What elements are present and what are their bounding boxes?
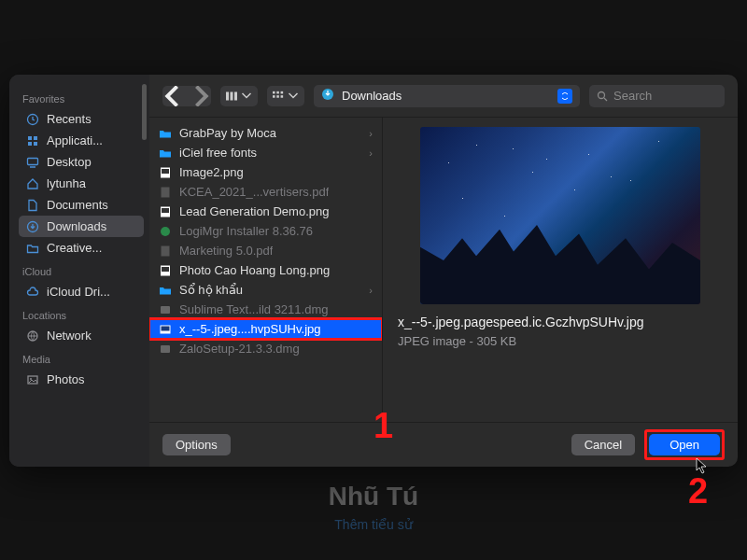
sidebar-section-header: Media bbox=[22, 354, 140, 365]
svg-rect-4 bbox=[34, 142, 37, 146]
svg-rect-2 bbox=[34, 136, 37, 140]
photo-icon bbox=[26, 373, 39, 386]
downloads-folder-icon bbox=[321, 88, 334, 105]
svg-point-28 bbox=[161, 227, 170, 236]
svg-rect-35 bbox=[161, 345, 170, 353]
file-row[interactable]: Image2.png bbox=[149, 162, 382, 182]
file-label: iCiel free fonts bbox=[179, 146, 257, 160]
location-popup[interactable]: Downloads bbox=[314, 85, 580, 107]
sidebar-item-label: Network bbox=[47, 329, 92, 343]
preview-filename: x_--5-.jpeg.pagespeed.ic.GczhvpSUHv.jpg bbox=[398, 314, 723, 330]
svg-rect-17 bbox=[273, 95, 275, 98]
file-label: ZaloSetup-21.3.3.dmg bbox=[179, 342, 300, 356]
clock-icon bbox=[26, 113, 39, 126]
sidebar-item-label: Documents bbox=[47, 198, 108, 212]
file-icon bbox=[159, 127, 172, 140]
svg-rect-27 bbox=[162, 208, 169, 213]
annotation-2: 2 bbox=[688, 471, 708, 511]
file-row[interactable]: KCEA_2021_...vertisers.pdf bbox=[149, 182, 382, 202]
file-row[interactable]: Sổ hộ khẩu› bbox=[149, 280, 382, 300]
forward-button[interactable] bbox=[187, 86, 211, 106]
file-label: GrabPay by Moca bbox=[179, 126, 276, 140]
search-placeholder: Search bbox=[613, 89, 652, 103]
sidebar-item[interactable]: Network bbox=[19, 325, 144, 346]
file-icon bbox=[159, 323, 172, 336]
file-label: Photo Cao Hoang Long.png bbox=[179, 263, 330, 277]
sidebar-item-label: lytunha bbox=[47, 176, 86, 190]
svg-rect-25 bbox=[162, 187, 170, 197]
svg-line-22 bbox=[604, 98, 607, 101]
svg-rect-14 bbox=[273, 91, 275, 93]
file-label: Image2.png bbox=[179, 165, 244, 179]
location-chevron-icon bbox=[557, 89, 572, 104]
file-label: Lead Generation Demo.png bbox=[179, 204, 329, 218]
file-icon bbox=[159, 147, 172, 160]
sidebar-item[interactable]: lytunha bbox=[19, 173, 144, 194]
file-label: Marketing 5.0.pdf bbox=[179, 244, 273, 258]
file-label: Sổ hộ khẩu bbox=[179, 283, 243, 297]
file-label: Sublime Text...ild 3211.dmg bbox=[179, 302, 328, 316]
sidebar-item[interactable]: Desktop bbox=[19, 151, 144, 173]
file-icon bbox=[159, 205, 172, 218]
file-label: LogiMgr Installer 8.36.76 bbox=[179, 224, 313, 238]
svg-rect-1 bbox=[28, 136, 32, 140]
sidebar-item[interactable]: iCloud Dri... bbox=[19, 281, 144, 302]
sidebar-item-label: Photos bbox=[47, 372, 84, 386]
back-button[interactable] bbox=[162, 86, 187, 106]
file-list[interactable]: GrabPay by Moca›iCiel free fonts›Image2.… bbox=[149, 118, 383, 422]
sidebar-scrollbar[interactable] bbox=[142, 84, 147, 140]
svg-rect-15 bbox=[276, 91, 279, 93]
file-row[interactable]: Photo Cao Hoang Long.png bbox=[149, 260, 382, 280]
cancel-button[interactable]: Cancel bbox=[571, 434, 635, 455]
doc-icon bbox=[26, 199, 39, 212]
sidebar-section-header: iCloud bbox=[22, 266, 140, 277]
file-row[interactable]: LogiMgr Installer 8.36.76 bbox=[149, 221, 382, 241]
nav-buttons bbox=[162, 86, 211, 106]
file-label: KCEA_2021_...vertisers.pdf bbox=[179, 185, 329, 199]
sidebar-item[interactable]: Photos bbox=[19, 369, 144, 390]
file-row[interactable]: Lead Generation Demo.png bbox=[149, 202, 382, 221]
file-icon bbox=[159, 284, 172, 297]
svg-rect-5 bbox=[28, 158, 38, 164]
group-mode-button[interactable] bbox=[267, 86, 304, 106]
search-icon bbox=[597, 91, 608, 102]
svg-rect-11 bbox=[226, 91, 229, 100]
svg-rect-24 bbox=[162, 169, 169, 174]
sidebar-item[interactable]: Creative... bbox=[19, 237, 144, 259]
search-field[interactable]: Search bbox=[589, 85, 725, 107]
svg-rect-12 bbox=[231, 91, 233, 100]
view-mode-button[interactable] bbox=[220, 86, 258, 106]
preview-metadata: JPEG image - 305 KB bbox=[398, 334, 723, 348]
svg-rect-31 bbox=[162, 267, 169, 272]
chevron-right-icon: › bbox=[369, 147, 373, 159]
file-row[interactable]: iCiel free fonts› bbox=[149, 143, 382, 162]
file-row[interactable]: Sublime Text...ild 3211.dmg bbox=[149, 300, 382, 319]
file-row[interactable]: Marketing 5.0.pdf bbox=[149, 241, 382, 260]
file-row[interactable]: GrabPay by Moca› bbox=[149, 123, 382, 143]
cloud-icon bbox=[26, 286, 39, 299]
sidebar-item-label: Applicati... bbox=[47, 133, 103, 147]
file-row[interactable]: ZaloSetup-21.3.3.dmg bbox=[149, 339, 382, 358]
location-label: Downloads bbox=[342, 89, 550, 103]
svg-rect-34 bbox=[162, 326, 170, 330]
file-icon bbox=[159, 343, 172, 356]
sidebar-item-label: Recents bbox=[47, 112, 92, 126]
sidebar: FavoritesRecentsApplicati...Desktoplytun… bbox=[9, 75, 149, 467]
sidebar-item[interactable]: Downloads bbox=[19, 216, 144, 237]
sidebar-item-label: iCloud Dri... bbox=[47, 285, 110, 299]
sidebar-item[interactable]: Documents bbox=[19, 194, 144, 216]
sidebar-item-label: Creative... bbox=[47, 241, 102, 255]
sidebar-item[interactable]: Recents bbox=[19, 108, 144, 130]
file-icon bbox=[159, 264, 172, 277]
options-button[interactable]: Options bbox=[162, 434, 231, 455]
open-button[interactable]: Open bbox=[649, 434, 720, 455]
sidebar-section-header: Locations bbox=[22, 310, 140, 321]
chevron-right-icon: › bbox=[369, 285, 373, 296]
chevron-right-icon: › bbox=[369, 128, 373, 139]
svg-rect-3 bbox=[28, 142, 32, 146]
folder-icon bbox=[26, 242, 39, 255]
down-icon bbox=[26, 220, 39, 233]
sidebar-item[interactable]: Applicati... bbox=[19, 130, 144, 151]
file-row[interactable]: x_--5-.jpeg....hvpSUHv.jpg bbox=[149, 319, 382, 339]
preview-thumbnail bbox=[420, 127, 700, 304]
